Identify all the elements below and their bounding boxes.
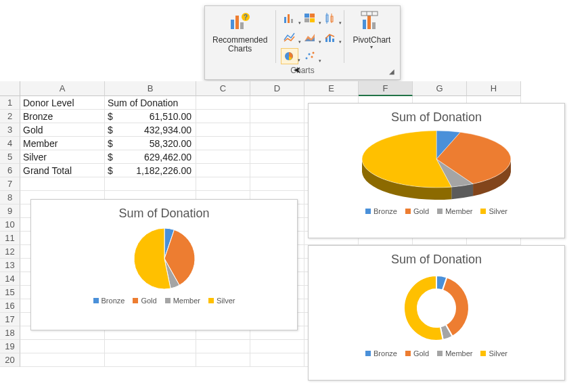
line-chart-button[interactable]: ▾ xyxy=(281,29,298,45)
svg-rect-26 xyxy=(363,20,366,29)
cell-A6[interactable]: Grand Total xyxy=(20,164,105,177)
cell-C5[interactable] xyxy=(196,150,250,164)
cell-C19[interactable] xyxy=(196,340,250,353)
chart-sum-of-donation-3d-pie[interactable]: Sum of Donation BronzeGoldMemberSilver xyxy=(308,103,565,238)
row-header-14[interactable]: 14 xyxy=(0,272,20,286)
column-chart-button[interactable]: ▾ xyxy=(281,10,298,26)
recommended-charts-button[interactable]: ? RecommendedCharts xyxy=(209,9,271,55)
cell-A19[interactable] xyxy=(20,340,105,353)
svg-rect-6 xyxy=(288,14,290,23)
cell-B19[interactable] xyxy=(105,340,196,353)
row-header-5[interactable]: 5 xyxy=(0,150,20,164)
cell-B1[interactable]: Sum of Donation xyxy=(105,96,196,110)
column-header-H[interactable]: H xyxy=(467,81,521,96)
cell-D20[interactable] xyxy=(250,353,304,367)
svg-point-25 xyxy=(313,52,315,54)
cell-D5[interactable] xyxy=(250,150,304,164)
cell-B4[interactable]: $58,320.00 xyxy=(105,137,196,150)
row-header-17[interactable]: 17 xyxy=(0,313,20,326)
row-header-16[interactable]: 16 xyxy=(0,299,20,313)
row-header-11[interactable]: 11 xyxy=(0,232,20,245)
row-header-19[interactable]: 19 xyxy=(0,340,20,353)
legend-item: Gold xyxy=(405,207,429,215)
cell-A3[interactable]: Gold xyxy=(20,123,105,137)
legend-item: Member xyxy=(165,297,200,305)
chart-legend: BronzeGoldMemberSilver xyxy=(365,349,507,358)
row-header-7[interactable]: 7 xyxy=(0,177,20,191)
row-header-13[interactable]: 13 xyxy=(0,259,20,272)
area-chart-button[interactable]: ▾ xyxy=(301,29,319,45)
cell-D4[interactable] xyxy=(250,137,304,150)
column-header-A[interactable]: A xyxy=(20,81,105,96)
row-header-20[interactable]: 20 xyxy=(0,353,20,367)
cell-B3[interactable]: $432,934.00 xyxy=(105,123,196,137)
row-header-15[interactable]: 15 xyxy=(0,286,20,299)
cell-A1[interactable]: Donor Level xyxy=(20,96,105,110)
combo-chart-button[interactable]: ▾ xyxy=(321,29,339,45)
cell-B7[interactable] xyxy=(105,177,196,191)
svg-rect-7 xyxy=(291,19,293,23)
row-header-8[interactable]: 8 xyxy=(0,191,20,204)
cell-D1[interactable] xyxy=(250,96,304,110)
cell-C7[interactable] xyxy=(196,177,250,191)
legend-item: Gold xyxy=(405,349,429,358)
cell-C4[interactable] xyxy=(196,137,250,150)
svg-rect-9 xyxy=(310,14,315,18)
cell-A2[interactable]: Bronze xyxy=(20,110,105,123)
legend-item: Silver xyxy=(208,297,235,305)
row-header-3[interactable]: 3 xyxy=(0,123,20,137)
chart-sum-of-donation-2d-pie[interactable]: Sum of Donation BronzeGoldMemberSilver xyxy=(30,199,298,330)
row-header-6[interactable]: 6 xyxy=(0,164,20,177)
cell-D2[interactable] xyxy=(250,110,304,123)
row-header-10[interactable]: 10 xyxy=(0,218,20,232)
chart-sum-of-donation-doughnut[interactable]: Sum of Donation BronzeGoldMemberSilver xyxy=(308,245,565,381)
cell-B20[interactable] xyxy=(105,353,196,367)
dialog-launcher-icon[interactable]: ◢ xyxy=(389,68,394,75)
column-header-C[interactable]: C xyxy=(196,81,250,96)
svg-rect-11 xyxy=(310,18,315,22)
column-header-F[interactable]: F xyxy=(359,81,413,96)
column-header-E[interactable]: E xyxy=(304,81,359,96)
row-header-4[interactable]: 4 xyxy=(0,137,20,150)
cell-C1[interactable] xyxy=(196,96,250,110)
cell-B5[interactable]: $629,462.00 xyxy=(105,150,196,164)
pivotchart-icon xyxy=(360,10,383,33)
legend-item: Bronze xyxy=(365,207,397,215)
cell-A4[interactable]: Member xyxy=(20,137,105,150)
row-header-9[interactable]: 9 xyxy=(0,204,20,218)
pivotchart-button[interactable]: PivotChart ▾ xyxy=(349,9,394,52)
column-header-B[interactable]: B xyxy=(105,81,196,96)
select-all-corner[interactable] xyxy=(0,81,20,96)
svg-rect-27 xyxy=(367,16,371,29)
row-header-1[interactable]: 1 xyxy=(0,96,20,110)
column-header-G[interactable]: G xyxy=(413,81,467,96)
cell-D3[interactable] xyxy=(250,123,304,137)
legend-item: Silver xyxy=(480,349,507,358)
cell-A20[interactable] xyxy=(20,353,105,367)
hierarchy-chart-button[interactable]: ▾ xyxy=(301,10,319,26)
scatter-chart-button[interactable]: ▾ xyxy=(301,48,319,64)
chart-title: Sum of Donation xyxy=(391,110,482,125)
cell-C3[interactable] xyxy=(196,123,250,137)
row-header-12[interactable]: 12 xyxy=(0,245,20,259)
statistic-chart-button[interactable]: ▾ xyxy=(321,10,339,26)
cell-C6[interactable] xyxy=(196,164,250,177)
cell-D6[interactable] xyxy=(250,164,304,177)
cell-D7[interactable] xyxy=(250,177,304,191)
legend-item: Gold xyxy=(133,297,156,305)
cell-C2[interactable] xyxy=(196,110,250,123)
column-header-D[interactable]: D xyxy=(250,81,304,96)
svg-rect-2 xyxy=(240,22,244,29)
legend-item: Bronze xyxy=(365,349,397,358)
row-header-2[interactable]: 2 xyxy=(0,110,20,123)
recommended-charts-icon: ? xyxy=(229,10,252,33)
svg-rect-1 xyxy=(235,16,239,29)
cell-C20[interactable] xyxy=(196,353,250,367)
cell-A7[interactable] xyxy=(20,177,105,191)
row-header-18[interactable]: 18 xyxy=(0,326,20,340)
cell-B6[interactable]: $1,182,226.00 xyxy=(105,164,196,177)
cell-D19[interactable] xyxy=(250,340,304,353)
cell-A5[interactable]: Silver xyxy=(20,150,105,164)
pie-chart-button[interactable]: ▾ xyxy=(281,48,298,64)
cell-B2[interactable]: $61,510.00 xyxy=(105,110,196,123)
